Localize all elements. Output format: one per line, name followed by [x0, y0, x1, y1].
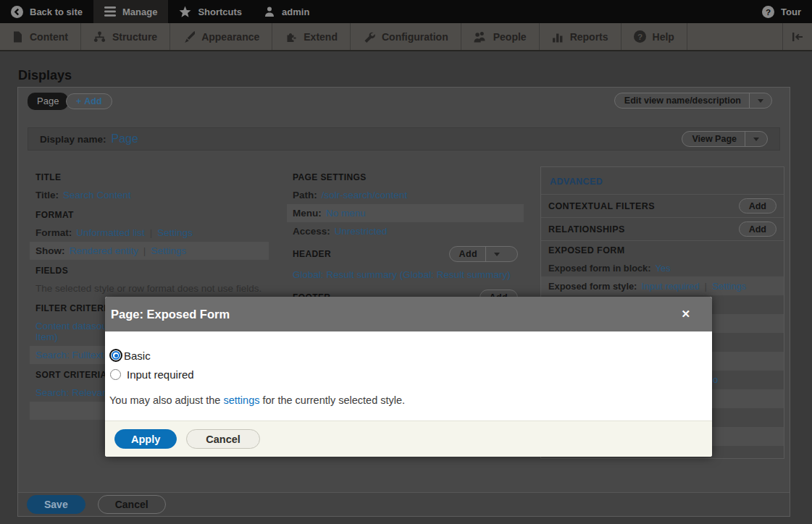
- manage-label: Manage: [122, 7, 157, 17]
- radio-basic-label: Basic: [124, 350, 151, 362]
- relationships-label: RELATIONSHIPS: [548, 224, 625, 234]
- menu-item-extend[interactable]: Extend: [272, 23, 351, 50]
- header-add-button[interactable]: Add: [449, 246, 519, 262]
- fields-note: The selected style or row format does no…: [30, 279, 269, 297]
- svg-text:?: ?: [637, 32, 642, 41]
- menu-item-structure[interactable]: Structure: [81, 23, 170, 50]
- filter-link-line2: Item): [35, 331, 58, 342]
- title-label: Title:: [35, 190, 59, 200]
- user-icon: [264, 6, 275, 17]
- menu-row: Menu:No menu: [287, 204, 524, 222]
- note-suffix: for the currently selected style.: [259, 394, 405, 406]
- exposed-form-modal: Page: Exposed Form ✕ Basic Input require…: [105, 297, 712, 457]
- menu-item-help[interactable]: ? Help: [621, 23, 687, 50]
- tab-page-display[interactable]: Page: [28, 93, 68, 110]
- menu-item-appearance[interactable]: Appearance: [170, 23, 272, 50]
- wrench-icon: [363, 31, 375, 43]
- settings-link[interactable]: settings: [223, 394, 259, 406]
- separator: |: [150, 227, 153, 238]
- header-global-row: Global: Result summary (Global: Result s…: [287, 266, 524, 284]
- exposed-style-link[interactable]: Input required: [641, 281, 699, 292]
- display-name-bar: Display name: Page View Page: [28, 127, 780, 151]
- menu-item-label: Content: [30, 31, 68, 43]
- path-label: Path:: [293, 190, 317, 200]
- page-title: Displays: [18, 68, 72, 83]
- show-value-link[interactable]: Rendered entity: [70, 245, 138, 256]
- add-display-button[interactable]: + Add: [66, 93, 112, 109]
- close-icon[interactable]: ✕: [681, 308, 690, 321]
- note-prefix: You may also adjust the: [109, 394, 223, 406]
- contextual-filters-row: CONTEXTUAL FILTERS Add: [541, 194, 784, 217]
- exposed-block-link[interactable]: Yes: [656, 263, 671, 274]
- section-header-header: HEADER Add: [287, 240, 524, 266]
- tour-button[interactable]: ? Tour: [751, 0, 812, 23]
- hamburger-icon: [104, 7, 116, 17]
- radio-input-required-label: Input required: [127, 368, 194, 381]
- advanced-summary[interactable]: ADVANCED: [541, 167, 784, 194]
- format-settings-link[interactable]: Settings: [157, 227, 193, 238]
- view-page-dropdown[interactable]: [745, 132, 767, 146]
- add-label: Add: [749, 201, 766, 211]
- section-title-header: TITLE: [30, 166, 269, 186]
- format-row: Format:Unformatted list|Settings: [30, 224, 269, 242]
- header-add-dropdown[interactable]: [485, 247, 508, 261]
- radio-option-input-required[interactable]: Input required: [109, 368, 700, 381]
- radio-selected-icon[interactable]: [109, 349, 122, 362]
- cancel-button[interactable]: Cancel: [98, 495, 166, 514]
- modal-cancel-button[interactable]: Cancel: [186, 429, 260, 449]
- back-to-site-button[interactable]: Back to site: [0, 0, 93, 23]
- shortcuts-label: Shortcuts: [198, 7, 242, 17]
- menu-item-configuration[interactable]: Configuration: [351, 23, 461, 50]
- view-actions-bar: Save Cancel: [18, 492, 790, 516]
- edit-view-name-dropdown[interactable]: [749, 93, 771, 108]
- chevron-down-icon: [758, 99, 763, 103]
- menu-link[interactable]: No menu: [326, 208, 366, 219]
- menu-item-reports[interactable]: Reports: [540, 23, 621, 50]
- relationships-row: RELATIONSHIPS Add: [541, 217, 784, 240]
- toolbar-orientation-toggle[interactable]: [782, 23, 812, 50]
- edit-view-name-button[interactable]: Edit view name/description: [614, 93, 772, 109]
- modal-footer: Apply Cancel: [105, 421, 712, 457]
- menu-item-people[interactable]: People: [461, 23, 540, 50]
- show-settings-link[interactable]: Settings: [151, 245, 186, 256]
- view-page-label: View Page: [692, 134, 737, 144]
- title-row: Title:Search Content: [30, 186, 269, 204]
- modal-header: Page: Exposed Form ✕: [105, 297, 712, 331]
- collapse-left-icon: [792, 32, 803, 42]
- menu-label: Menu:: [293, 208, 322, 219]
- view-page-button[interactable]: View Page: [682, 131, 768, 147]
- contextual-filters-label: CONTEXTUAL FILTERS: [548, 201, 655, 211]
- shortcuts-button[interactable]: Shortcuts: [168, 0, 253, 23]
- admin-menu-bar: Content Structure Appearance Extend Conf…: [0, 23, 812, 51]
- radio-unselected-icon[interactable]: [110, 369, 121, 380]
- access-link[interactable]: Unrestricted: [335, 226, 388, 237]
- brush-icon: [183, 31, 195, 43]
- exposed-style-settings-link[interactable]: Settings: [712, 281, 746, 292]
- path-row: Path:/solr-search/content: [287, 186, 524, 204]
- global-result-summary-link[interactable]: Global: Result summary (Global: Result s…: [293, 269, 511, 280]
- modal-body: Basic Input required You may also adjust…: [105, 331, 712, 421]
- radio-option-basic[interactable]: Basic: [109, 349, 700, 362]
- display-name-label: Display name:: [40, 134, 106, 145]
- help-circle-icon: ?: [634, 30, 646, 43]
- admin-user-button[interactable]: admin: [253, 0, 320, 23]
- apply-button[interactable]: Apply: [114, 429, 177, 449]
- people-icon: [474, 31, 487, 43]
- manage-button[interactable]: Manage: [93, 0, 168, 23]
- save-button[interactable]: Save: [27, 495, 85, 514]
- format-value-link[interactable]: Unformatted list: [76, 227, 145, 238]
- menu-item-content[interactable]: Content: [0, 23, 81, 50]
- relationships-add-button[interactable]: Add: [739, 221, 777, 237]
- display-name-link[interactable]: Page: [112, 132, 138, 145]
- path-link[interactable]: /solr-search/content: [322, 190, 408, 200]
- exposed-form-header-row: EXPOSED FORM: [541, 240, 784, 259]
- section-page-settings-header: PAGE SETTINGS: [287, 166, 524, 186]
- admin-toolbar: Back to site Manage Shortcuts admin ? To…: [0, 0, 812, 23]
- contextual-filters-add-button[interactable]: Add: [739, 198, 777, 214]
- menu-item-label: Extend: [304, 31, 338, 43]
- exposed-style-label: Exposed form style:: [548, 281, 637, 292]
- chevron-down-icon: [494, 253, 500, 256]
- title-value-link[interactable]: Search Content: [63, 190, 131, 200]
- section-fields-header: FIELDS: [30, 260, 269, 279]
- menu-item-label: Appearance: [201, 31, 259, 43]
